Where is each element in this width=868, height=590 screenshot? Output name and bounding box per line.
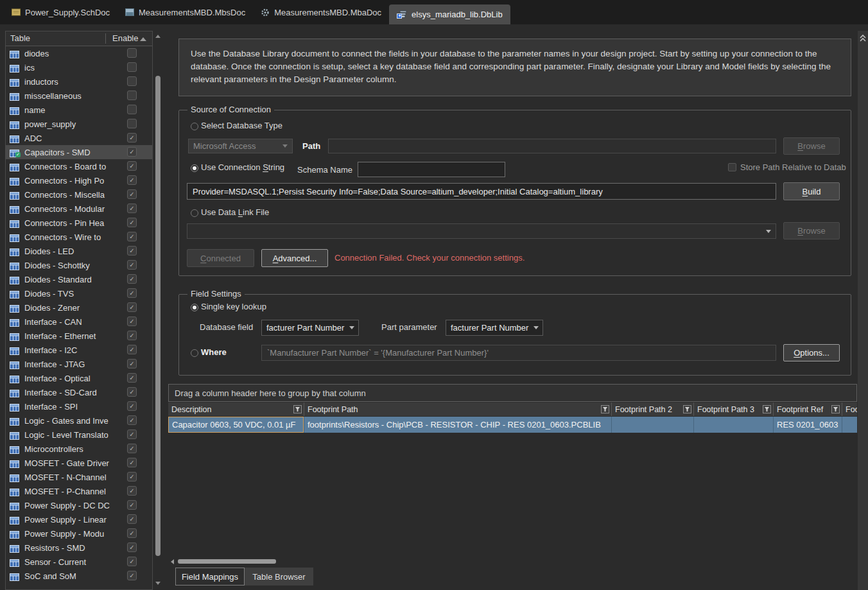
- table-list-item[interactable]: ✓ Diodes - TVS ✓: [6, 286, 152, 300]
- part-parameter-dropdown[interactable]: facturer Part Number: [446, 320, 543, 336]
- table-list-item[interactable]: ✓ inductors ✓: [6, 74, 152, 89]
- enable-checkbox[interactable]: ✓: [127, 246, 137, 256]
- enable-checkbox[interactable]: ✓: [127, 571, 137, 580]
- table-list-item[interactable]: ✓ power_supply ✓: [6, 117, 152, 131]
- grid-column-header[interactable]: Foo: [842, 403, 857, 416]
- column-divider[interactable]: [105, 33, 106, 44]
- single-key-lookup-radio[interactable]: [191, 304, 198, 311]
- select-database-type-radio[interactable]: [191, 123, 198, 130]
- connection-string-input[interactable]: Provider=MSDASQL.1;Persist Security Info…: [187, 183, 776, 200]
- grid-column-header[interactable]: Footprint Path: [304, 403, 611, 416]
- table-list-item[interactable]: ✓ Interface - Optical ✓: [6, 371, 152, 385]
- scroll-up-arrow[interactable]: [155, 35, 161, 38]
- table-list-item[interactable]: ✓ Interface - CAN ✓: [6, 315, 152, 329]
- table-list-item[interactable]: ✓ SoC and SoM ✓: [6, 569, 152, 583]
- table-list-item[interactable]: ✓ Diodes - Schottky ✓: [6, 258, 152, 272]
- enable-checkbox[interactable]: ✓: [127, 387, 137, 397]
- table-list-item[interactable]: ✓ diodes ✓: [6, 46, 152, 60]
- table-list-item[interactable]: ✓ Logic - Level Translato ✓: [6, 428, 152, 442]
- enable-checkbox[interactable]: ✓: [127, 189, 137, 199]
- filter-funnel-icon[interactable]: [601, 405, 609, 413]
- doc-tab-power-supply-schdoc[interactable]: Power_Supply.SchDoc: [4, 0, 117, 24]
- filter-funnel-icon[interactable]: [763, 405, 771, 413]
- enable-checkbox[interactable]: ✓: [127, 218, 137, 227]
- enable-checkbox[interactable]: ✓: [127, 486, 137, 496]
- enable-checkbox[interactable]: ✓: [127, 204, 137, 213]
- where-radio[interactable]: [191, 349, 198, 357]
- table-list-item[interactable]: ✓ Interface - SD-Card ✓: [6, 385, 152, 399]
- table-list-item[interactable]: ✓ Power Supply - DC DC ✓: [6, 498, 152, 512]
- enable-checkbox[interactable]: ✓: [127, 528, 137, 538]
- hscroll-left-arrow[interactable]: [171, 559, 174, 564]
- enable-checkbox[interactable]: ✓: [127, 317, 137, 326]
- enable-checkbox[interactable]: ✓: [127, 161, 137, 171]
- enable-checkbox[interactable]: ✓: [127, 415, 137, 425]
- build-button[interactable]: Build: [783, 182, 840, 200]
- enable-checkbox[interactable]: ✓: [127, 76, 137, 86]
- table-list-item[interactable]: ✓ Connectors - High Po ✓: [6, 173, 152, 187]
- enable-checkbox[interactable]: ✓: [127, 557, 137, 566]
- enable-checkbox[interactable]: ✓: [127, 288, 137, 298]
- enable-checkbox[interactable]: ✓: [127, 91, 137, 100]
- enable-checkbox[interactable]: ✓: [127, 429, 137, 439]
- enable-checkbox[interactable]: ✓: [127, 500, 137, 510]
- grid-cell[interactable]: [611, 417, 693, 433]
- enable-checkbox[interactable]: ✓: [127, 274, 137, 284]
- doc-tab-dblib-active[interactable]: elsys_mariadb_lib.DbLib: [389, 4, 510, 24]
- enable-checkbox[interactable]: ✓: [127, 458, 137, 467]
- grid-cell[interactable]: [693, 417, 773, 433]
- collapse-up-chevrons-icon[interactable]: [859, 34, 867, 43]
- enable-checkbox[interactable]: ✓: [127, 331, 137, 340]
- enable-checkbox[interactable]: ✓: [127, 133, 137, 143]
- advanced-button[interactable]: Advanced...: [261, 249, 328, 267]
- enable-checkbox[interactable]: ✓: [127, 373, 137, 383]
- table-list-item[interactable]: ✓ MOSFET - P-Channel ✓: [6, 484, 152, 498]
- use-connection-string-radio[interactable]: [191, 164, 198, 172]
- filter-funnel-icon[interactable]: [293, 405, 302, 413]
- table-list-item[interactable]: ✓ Connectors - Miscella ✓: [6, 187, 152, 202]
- schema-name-input[interactable]: [358, 162, 505, 177]
- table-list-item[interactable]: ✓ Power Supply - Linear ✓: [6, 512, 152, 526]
- enable-checkbox[interactable]: ✓: [127, 48, 137, 58]
- table-list-item[interactable]: ✓ Interface - SPI ✓: [6, 399, 152, 413]
- column-header-table[interactable]: Table: [10, 33, 30, 43]
- tab-table-browser[interactable]: Table Browser: [245, 568, 313, 586]
- enable-checkbox[interactable]: ✓: [127, 175, 137, 185]
- table-list-item[interactable]: ✓ Connectors - Board to ✓: [6, 159, 152, 173]
- table-list-item[interactable]: ✓ name ✓: [6, 103, 152, 117]
- table-list-item[interactable]: ✓ Microcontrollers ✓: [6, 442, 152, 456]
- hscroll-thumb[interactable]: [178, 559, 276, 564]
- table-list-item[interactable]: ✓ ADC ✓: [6, 131, 152, 145]
- enable-checkbox[interactable]: ✓: [127, 105, 137, 114]
- options-button[interactable]: Options...: [783, 344, 840, 361]
- scrollbar-thumb[interactable]: [155, 76, 161, 556]
- enable-checkbox[interactable]: ✓: [127, 232, 137, 241]
- enable-checkbox[interactable]: ✓: [127, 514, 137, 524]
- table-list-item[interactable]: ✓ MOSFET - Gate Driver ✓: [6, 456, 152, 470]
- filter-funnel-icon[interactable]: [831, 405, 840, 413]
- doc-tab-measurements-mbadoc[interactable]: MeasurementsMBD.MbaDoc: [253, 0, 389, 24]
- table-list-item[interactable]: ✓ Diodes - LED ✓: [6, 244, 152, 258]
- enable-checkbox[interactable]: ✓: [127, 302, 137, 312]
- enable-checkbox[interactable]: ✓: [127, 147, 137, 157]
- column-header-enable[interactable]: Enable: [112, 33, 138, 43]
- group-by-drop-zone[interactable]: Drag a column header here to group by th…: [168, 384, 857, 402]
- grid-cell[interactable]: Capacitor 0603, 50 VDC, 0.01 µF: [168, 417, 304, 433]
- table-list-item[interactable]: ✓ Sensor - Current ✓: [6, 555, 152, 569]
- table-list-item[interactable]: ✓ Connectors - Wire to ✓: [6, 230, 152, 244]
- enable-checkbox[interactable]: ✓: [127, 345, 137, 354]
- table-list-item[interactable]: ✓ Interface - Ethernet ✓: [6, 329, 152, 343]
- table-list-item[interactable]: ✓ Logic - Gates and Inve ✓: [6, 413, 152, 428]
- table-list-item[interactable]: ✓ Diodes - Standard ✓: [6, 272, 152, 286]
- enable-checkbox[interactable]: ✓: [127, 260, 137, 270]
- table-list-item[interactable]: ✓ MOSFET - N-Channel ✓: [6, 470, 152, 484]
- enable-checkbox[interactable]: ✓: [127, 359, 137, 369]
- grid-cell[interactable]: [842, 417, 857, 433]
- grid-column-header[interactable]: Footprint Path 3: [693, 403, 773, 416]
- table-list-item[interactable]: ✓ Power Supply - Modu ✓: [6, 526, 152, 541]
- tab-field-mappings[interactable]: Field Mappings: [175, 568, 245, 586]
- enable-checkbox[interactable]: ✓: [127, 62, 137, 72]
- table-list-item[interactable]: ✓ ics ✓: [6, 60, 152, 74]
- table-list-item[interactable]: ✓ Capacitors - SMD ✓: [6, 145, 152, 159]
- filter-funnel-icon[interactable]: [683, 405, 691, 413]
